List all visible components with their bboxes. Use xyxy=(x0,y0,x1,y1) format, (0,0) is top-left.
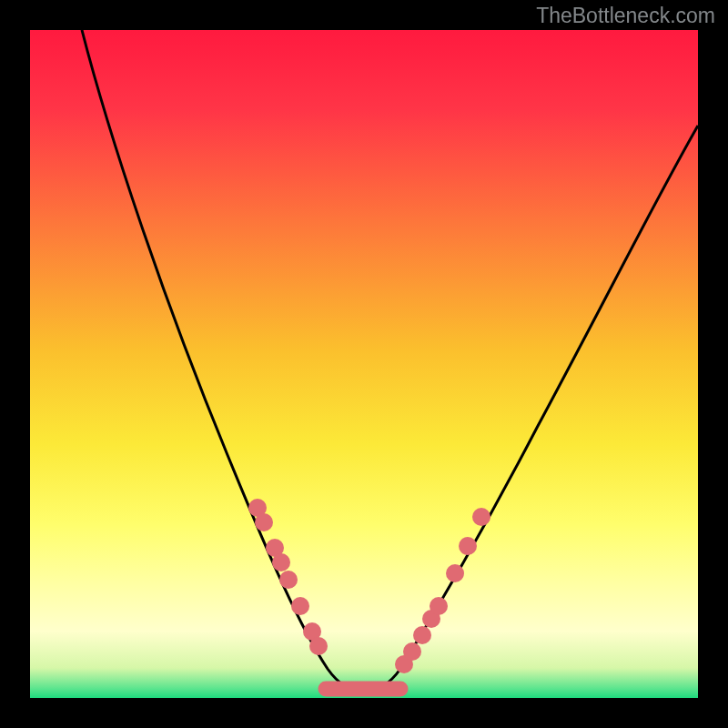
svg-point-15 xyxy=(472,508,490,526)
svg-point-5 xyxy=(291,597,309,615)
svg-point-10 xyxy=(413,626,431,644)
watermark-text: TheBottleneck.com xyxy=(536,4,715,28)
chart-svg xyxy=(0,0,728,728)
svg-point-14 xyxy=(459,537,477,555)
svg-point-7 xyxy=(309,637,328,655)
svg-point-1 xyxy=(255,513,273,531)
svg-point-3 xyxy=(272,553,290,571)
svg-point-13 xyxy=(446,564,464,582)
chart-container: TheBottleneck.com xyxy=(0,0,728,728)
svg-point-12 xyxy=(430,597,448,615)
svg-point-4 xyxy=(279,571,298,589)
plot-area xyxy=(30,30,698,698)
svg-point-9 xyxy=(403,642,421,661)
